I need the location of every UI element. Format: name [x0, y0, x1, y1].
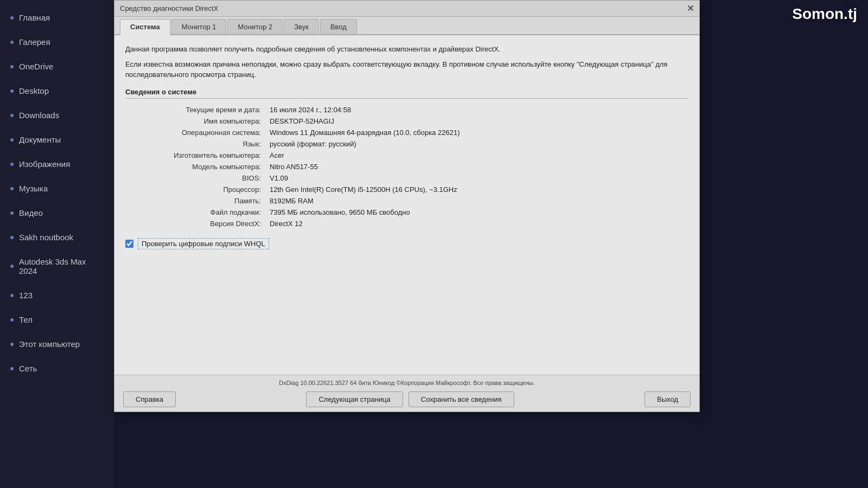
tab-input[interactable]: Ввод [320, 19, 357, 34]
table-row: Файл подкачки:7395 МБ использовано, 9650… [125, 207, 688, 218]
whql-checkbox[interactable] [125, 240, 133, 248]
field-value: 7395 МБ использовано, 9650 МБ свободно [266, 207, 688, 218]
help-button[interactable]: Справка [123, 391, 176, 407]
sidebar-item-desktop[interactable]: Desktop [0, 79, 114, 103]
field-label: Версия DirectX: [125, 218, 266, 229]
sidebar-item-autodesk[interactable]: Autodesk 3ds Max 2024 [0, 249, 114, 283]
dialog-body: Данная программа позволяет получить подр… [114, 35, 699, 375]
whql-checkbox-row: Проверить цифровые подписи WHQL [125, 238, 688, 249]
dot-icon [10, 318, 14, 322]
sidebar-item-home[interactable]: Главная [0, 5, 114, 30]
field-value: Acer [266, 150, 688, 161]
sidebar-item-onedrive[interactable]: OneDrive [0, 54, 114, 79]
section-title: Сведения о системе [125, 88, 688, 99]
dot-icon [10, 236, 14, 239]
table-row: Изготовитель компьютера:Acer [125, 150, 688, 161]
system-info-table: Текущие время и дата:16 июля 2024 г., 12… [125, 104, 688, 229]
dot-icon [10, 138, 14, 142]
dot-icon [10, 343, 14, 346]
footer-buttons: Справка Следующая страница Сохранить все… [123, 391, 691, 407]
tab-monitor1[interactable]: Монитор 1 [171, 19, 227, 34]
sidebar-item-music[interactable]: Музыка [0, 176, 114, 201]
field-value: V1.09 [266, 172, 688, 184]
field-label: Процессор: [125, 184, 266, 195]
table-row: Модель компьютера:Nitro AN517-55 [125, 161, 688, 172]
sidebar-item-network[interactable]: Сеть [0, 356, 114, 381]
field-label: Память: [125, 195, 266, 207]
dot-icon [10, 16, 14, 20]
tab-sound[interactable]: Звук [284, 19, 319, 34]
field-label: BIOS: [125, 172, 266, 184]
dot-icon [10, 211, 14, 215]
dialog-footer: DxDiag 10.00.22621.3527 64 бита Юникод ©… [114, 375, 699, 412]
dot-icon [10, 265, 14, 268]
field-value: 8192МБ RAM [266, 195, 688, 207]
save-button[interactable]: Сохранить все сведения [409, 391, 514, 407]
table-row: Текущие время и дата:16 июля 2024 г., 12… [125, 104, 688, 115]
table-row: Имя компьютера:DESKTOP-52HAGIJ [125, 115, 688, 127]
intro-text-2: Если известна возможная причина неполадк… [125, 59, 688, 80]
field-value: DirectX 12 [266, 218, 688, 229]
field-label: Файл подкачки: [125, 207, 266, 218]
field-label: Операционная система: [125, 127, 266, 138]
field-label: Язык: [125, 138, 266, 150]
dot-icon [10, 163, 14, 166]
sidebar-item-video[interactable]: Видео [0, 201, 114, 225]
sidebar-item-gallery[interactable]: Галерея [0, 30, 114, 54]
dot-icon [10, 187, 14, 190]
field-label: Модель компьютера: [125, 161, 266, 172]
dot-icon [10, 294, 14, 297]
field-value: Windows 11 Домашняя 64-разрядная (10.0, … [266, 127, 688, 138]
sidebar: Главная Галерея OneDrive Desktop Downloa… [0, 0, 114, 488]
dot-icon [10, 41, 14, 44]
exit-button[interactable]: Выход [644, 391, 691, 407]
dot-icon [10, 367, 14, 370]
dot-icon [10, 65, 14, 68]
dialog-overlay: Средство диагностики DirectX ✕ Система М… [114, 0, 868, 488]
dialog-tabs: Система Монитор 1 Монитор 2 Звук Ввод [114, 17, 699, 35]
field-label: Текущие время и дата: [125, 104, 266, 115]
field-value: DESKTOP-52HAGIJ [266, 115, 688, 127]
sidebar-item-images[interactable]: Изображения [0, 152, 114, 176]
field-value: русский (формат: русский) [266, 138, 688, 150]
next-page-button[interactable]: Следующая страница [306, 391, 403, 407]
copyright-text: DxDiag 10.00.22621.3527 64 бита Юникод ©… [123, 380, 691, 386]
sidebar-item-this-pc[interactable]: Этот компьютер [0, 332, 114, 356]
table-row: Операционная система:Windows 11 Домашняя… [125, 127, 688, 138]
table-row: Процессор:12th Gen Intel(R) Core(TM) i5-… [125, 184, 688, 195]
sidebar-item-sakh[interactable]: Sakh noutbook [0, 225, 114, 249]
center-buttons: Следующая страница Сохранить все сведени… [306, 391, 514, 407]
table-row: BIOS:V1.09 [125, 172, 688, 184]
sidebar-item-downloads[interactable]: Downloads [0, 103, 114, 127]
tab-monitor2[interactable]: Монитор 2 [227, 19, 283, 34]
table-row: Язык:русский (формат: русский) [125, 138, 688, 150]
tab-system[interactable]: Система [120, 19, 170, 35]
watermark-text: Somon.tj [792, 5, 857, 23]
intro-text-1: Данная программа позволяет получить подр… [125, 44, 688, 55]
dot-icon [10, 114, 14, 117]
sidebar-item-documents[interactable]: Документы [0, 127, 114, 152]
field-label: Имя компьютера: [125, 115, 266, 127]
dialog-title: Средство диагностики DirectX [120, 4, 218, 12]
sidebar-item-tel[interactable]: Тел [0, 307, 114, 332]
field-value: 12th Gen Intel(R) Core(TM) i5-12500H (16… [266, 184, 688, 195]
dot-icon [10, 89, 14, 93]
field-label: Изготовитель компьютера: [125, 150, 266, 161]
close-button[interactable]: ✕ [687, 3, 694, 14]
field-value: 16 июля 2024 г., 12:04:58 [266, 104, 688, 115]
field-value: Nitro AN517-55 [266, 161, 688, 172]
whql-label[interactable]: Проверить цифровые подписи WHQL [138, 238, 269, 249]
table-row: Версия DirectX:DirectX 12 [125, 218, 688, 229]
sidebar-item-123[interactable]: 123 [0, 283, 114, 307]
dxdiag-dialog: Средство диагностики DirectX ✕ Система М… [114, 0, 700, 412]
dialog-titlebar: Средство диагностики DirectX ✕ [114, 1, 699, 17]
table-row: Память:8192МБ RAM [125, 195, 688, 207]
